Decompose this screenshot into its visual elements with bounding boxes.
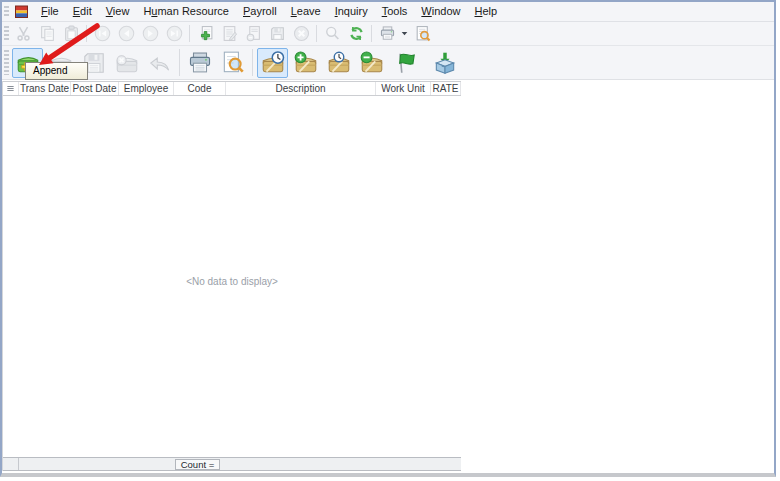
cut-button[interactable] (12, 23, 34, 44)
undo-button[interactable] (144, 48, 175, 78)
footer-indicator-cell (3, 458, 19, 470)
grid-footer-row: Count = (3, 457, 461, 471)
menu-bar: FileEditViewHuman ResourcePayrollLeaveIn… (2, 2, 774, 22)
toolbar-separator (179, 49, 180, 76)
toolbar-main-items (11, 22, 434, 45)
column-header-post-date[interactable]: Post Date (71, 82, 119, 95)
delete-record-button[interactable] (242, 23, 264, 44)
print-dropdown-icon[interactable] (399, 23, 410, 44)
cancel-edit-button[interactable] (290, 23, 312, 44)
printer-icon (187, 50, 213, 76)
toolbar-separator (86, 25, 87, 42)
app-logo-icon (14, 4, 30, 20)
search-button[interactable] (321, 23, 343, 44)
view-time-button[interactable] (323, 48, 354, 78)
menu-item-view[interactable]: View (99, 2, 137, 21)
edit-record-button[interactable] (218, 23, 240, 44)
data-grid: Trans DatePost DateEmployeeCodeDescripti… (2, 81, 461, 471)
menu-items: FileEditViewHuman ResourcePayrollLeaveIn… (34, 2, 504, 21)
cut-icon (15, 25, 32, 42)
save-record-icon (269, 25, 286, 42)
toolbar-record-grip[interactable] (4, 50, 9, 75)
delete-record-icon (245, 25, 262, 42)
menu-item-help[interactable]: Help (467, 2, 504, 21)
flag-icon (392, 50, 418, 76)
toolbar-main-grip[interactable] (4, 26, 9, 41)
paste-button[interactable] (60, 23, 82, 44)
cancel-icon (293, 25, 310, 42)
toolbar-separator (316, 25, 317, 42)
no-data-message: <No data to display> (3, 276, 461, 287)
remove-time-button[interactable] (356, 48, 387, 78)
column-header-rate[interactable]: RATE (431, 82, 461, 95)
content-area: Trans DatePost DateEmployeeCodeDescripti… (2, 80, 774, 473)
grid-header-row: Trans DatePost DateEmployeeCodeDescripti… (3, 81, 461, 96)
menu-item-edit[interactable]: Edit (66, 2, 99, 21)
menu-item-inquiry[interactable]: Inquiry (328, 2, 375, 21)
print-button[interactable] (376, 23, 398, 44)
menu-item-tools[interactable]: Tools (375, 2, 415, 21)
paste-icon (63, 25, 80, 42)
add-time-button[interactable] (290, 48, 321, 78)
copy-button[interactable] (36, 23, 58, 44)
post-record-button[interactable] (266, 23, 288, 44)
grid-body[interactable]: <No data to display> (3, 96, 461, 457)
menu-item-file[interactable]: File (34, 2, 66, 21)
print-preview-icon (414, 25, 431, 42)
delete-entry-icon (114, 50, 140, 76)
wallet-clock-icon (260, 50, 286, 76)
undo-icon (147, 50, 173, 76)
import-box-icon (432, 50, 458, 76)
preview-entries-button[interactable] (217, 48, 248, 78)
next-record-button[interactable] (139, 23, 161, 44)
toolbar-record (2, 46, 774, 80)
delete-entry-button[interactable] (111, 48, 142, 78)
search-icon (324, 25, 341, 42)
toolbar-main (2, 22, 774, 46)
print-icon (379, 25, 396, 42)
menu-item-human-resource[interactable]: Human Resource (136, 2, 236, 21)
menu-item-leave[interactable]: Leave (284, 2, 328, 21)
flag-button[interactable] (389, 48, 420, 78)
preview-icon (220, 50, 246, 76)
app-window: FileEditViewHuman ResourcePayrollLeaveIn… (0, 0, 776, 477)
column-header-code[interactable]: Code (174, 82, 226, 95)
import-button[interactable] (429, 48, 460, 78)
refresh-icon (348, 25, 365, 42)
toolbar-separator (252, 49, 253, 76)
prior-record-icon (118, 25, 135, 42)
column-header-employee[interactable]: Employee (119, 82, 174, 95)
count-summary: Count = (175, 459, 220, 470)
menubar-grip[interactable] (4, 6, 9, 17)
edit-record-icon (221, 25, 238, 42)
insert-record-icon (197, 25, 214, 42)
last-record-icon (166, 25, 183, 42)
last-record-button[interactable] (163, 23, 185, 44)
column-chooser-icon[interactable] (3, 82, 19, 95)
first-record-icon (94, 25, 111, 42)
insert-record-button[interactable] (194, 23, 216, 44)
time-entry-button[interactable] (257, 48, 288, 78)
toolbar-separator (371, 25, 372, 42)
copy-icon (39, 25, 56, 42)
refresh-button[interactable] (345, 23, 367, 44)
append-tooltip: Append (25, 62, 88, 80)
print-preview-button[interactable] (411, 23, 433, 44)
wallet-clock-remove-icon (359, 50, 385, 76)
next-record-icon (142, 25, 159, 42)
wallet-clock-view-icon (326, 50, 352, 76)
column-header-work-unit[interactable]: Work Unit (376, 82, 431, 95)
menu-item-window[interactable]: Window (414, 2, 467, 21)
toolbar-separator (189, 25, 190, 42)
print-entries-button[interactable] (184, 48, 215, 78)
prior-record-button[interactable] (115, 23, 137, 44)
menu-item-payroll[interactable]: Payroll (236, 2, 284, 21)
column-header-description[interactable]: Description (226, 82, 376, 95)
first-record-button[interactable] (91, 23, 113, 44)
column-header-trans-date[interactable]: Trans Date (19, 82, 71, 95)
wallet-clock-add-icon (293, 50, 319, 76)
